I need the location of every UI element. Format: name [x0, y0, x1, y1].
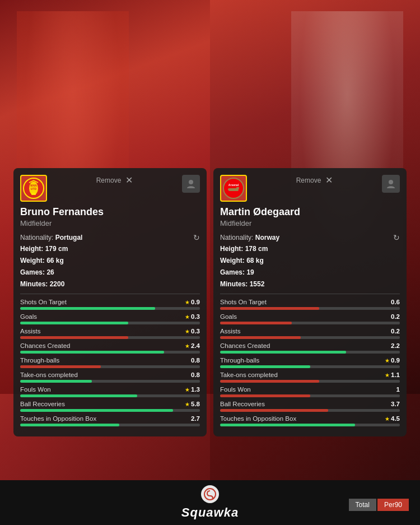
nationality-value-odegaard: Norway [255, 234, 279, 241]
svg-text:Arsenal: Arsenal [228, 183, 239, 187]
stat-bar-fill-1-0 [220, 307, 319, 310]
stats-section-bruno: Shots On Target★0.9Goals★0.3Assists★0.3C… [20, 299, 200, 426]
stat-bar-fill-0-4 [20, 365, 101, 368]
weight-value: 66 kg [46, 257, 64, 264]
remove-bruno-button[interactable]: Remove [96, 176, 122, 184]
stat-name-0-2: Assists [20, 328, 40, 334]
stat-bar-fill-0-6 [20, 394, 137, 397]
stat-name-1-5: Take-ons completed [220, 371, 278, 378]
stat-bar-bg-0-5 [20, 380, 200, 383]
stat-value-1-0: 0.6 [391, 299, 400, 305]
stat-row-1-5: Take-ons completed★1.1 [220, 371, 400, 383]
stat-row-0-8: Touches in Opposition Box2.7 [20, 415, 200, 426]
stat-bar-bg-1-1 [220, 322, 400, 324]
height-label-o: Height: [220, 245, 243, 253]
svg-point-7 [189, 180, 193, 184]
stat-bar-bg-1-8 [220, 424, 400, 426]
height-odegaard: Height: 178 cm [220, 244, 400, 254]
stat-bar-fill-0-1 [20, 322, 128, 324]
stat-bar-fill-1-4 [220, 365, 310, 368]
stat-bar-fill-1-7 [220, 409, 328, 412]
remove-odegaard-button[interactable]: Remove [296, 176, 321, 184]
stat-value-0-1: 0.3 [191, 313, 200, 320]
stat-bar-bg-0-3 [20, 351, 200, 354]
remove-bruno-icon[interactable]: ✕ [125, 175, 133, 185]
games-label-o: Games: [220, 268, 245, 276]
stat-value-1-2: 0.2 [391, 328, 400, 334]
stat-value-0-3: 2.4 [191, 342, 200, 349]
stat-name-1-8: Touches in Opposition Box [220, 415, 296, 422]
stat-value-0-4: 0.8 [191, 357, 200, 364]
games-odegaard: Games: 19 [220, 267, 400, 277]
stat-bar-bg-0-2 [20, 336, 200, 339]
height-label: Height: [20, 245, 43, 253]
squawka-icon [201, 485, 219, 503]
stat-name-0-3: Chances Created [20, 342, 71, 349]
height-value-o: 178 cm [245, 245, 268, 253]
stat-bar-bg-0-7 [20, 409, 200, 412]
stat-name-0-1: Goals [20, 313, 37, 320]
refresh-icon-bruno[interactable]: ↻ [193, 233, 200, 242]
total-button[interactable]: Total [349, 499, 376, 511]
remove-odegaard-icon[interactable]: ✕ [325, 175, 333, 185]
stat-name-1-7: Ball Recoveries [220, 401, 265, 407]
stat-row-1-4: Through-balls★0.9 [220, 357, 400, 368]
weight-label-o: Weight: [220, 257, 245, 264]
stat-bar-bg-1-4 [220, 365, 400, 368]
svg-point-13 [389, 180, 393, 184]
stat-name-1-4: Through-balls [220, 357, 259, 364]
divider-bruno [20, 294, 200, 294]
stat-value-0-6: 1.3 [191, 386, 200, 393]
weight-label: Weight: [20, 257, 45, 264]
stat-bar-bg-1-6 [220, 394, 400, 397]
stat-bar-fill-0-5 [20, 380, 92, 383]
cards-container: MAN UTD Remove ✕ Bruno Fernandes Midfiel… [0, 168, 420, 436]
stat-star-1-8: ★ [385, 416, 390, 422]
stat-star-0-2: ★ [185, 328, 190, 334]
stat-star-0-6: ★ [185, 387, 190, 393]
stat-bar-bg-0-4 [20, 365, 200, 368]
stat-bar-fill-1-5 [220, 380, 319, 383]
stat-name-1-3: Chances Created [220, 342, 270, 349]
nationality-label-bruno: Nationality: Portugal [20, 234, 82, 241]
stat-value-1-1: 0.2 [391, 313, 400, 320]
per90-button[interactable]: Per90 [377, 499, 409, 511]
stat-star-0-0: ★ [185, 299, 190, 305]
stat-name-0-5: Take-ons completed [20, 371, 78, 378]
stat-name-1-6: Fouls Won [220, 386, 251, 393]
stat-value-0-0: 0.9 [191, 299, 200, 305]
stat-name-0-4: Through-balls [20, 357, 59, 364]
stat-star-0-1: ★ [185, 314, 190, 320]
stat-bar-fill-1-3 [220, 351, 346, 354]
stat-bar-fill-1-8 [220, 424, 355, 426]
stat-value-0-2: 0.3 [191, 328, 200, 334]
toggle-buttons[interactable]: Total Per90 [349, 499, 409, 511]
stat-row-0-7: Ball Recoveries★5.8 [20, 401, 200, 412]
stat-value-1-3: 2.2 [391, 342, 400, 349]
stat-row-0-6: Fouls Won★1.3 [20, 386, 200, 397]
card-header-odegaard: Arsenal Remove ✕ [220, 175, 400, 202]
player-card-bruno: MAN UTD Remove ✕ Bruno Fernandes Midfiel… [13, 168, 207, 436]
nationality-odegaard-span: Nationality: Norway [220, 234, 279, 241]
stat-value-0-5: 0.8 [191, 371, 200, 378]
stat-bar-bg-0-8 [20, 424, 200, 426]
player-card-odegaard: Arsenal Remove ✕ Martin Ødegaard Midfiel… [213, 168, 407, 436]
stat-row-1-8: Touches in Opposition Box★4.5 [220, 415, 400, 426]
stat-bar-bg-1-5 [220, 380, 400, 383]
card-header-bruno: MAN UTD Remove ✕ [20, 175, 200, 202]
svg-point-1 [212, 498, 214, 499]
refresh-icon-odegaard[interactable]: ↻ [393, 233, 400, 242]
weight-odegaard: Weight: 68 kg [220, 255, 400, 266]
stat-name-1-2: Assists [220, 328, 240, 334]
nat-label-o: Nationality: [220, 234, 253, 241]
stat-bar-fill-0-7 [20, 409, 173, 412]
minutes-value: 2200 [50, 280, 65, 288]
stat-name-1-1: Goals [220, 313, 237, 320]
divider-odegaard [220, 294, 400, 294]
weight-bruno: Weight: 66 kg [20, 255, 200, 266]
svg-rect-12 [236, 187, 239, 189]
stat-row-0-3: Chances Created★2.4 [20, 342, 200, 354]
player-position-odegaard: Midfielder [220, 219, 400, 227]
club-logo-man-utd: MAN UTD [20, 175, 47, 202]
stat-row-0-0: Shots On Target★0.9 [20, 299, 200, 310]
